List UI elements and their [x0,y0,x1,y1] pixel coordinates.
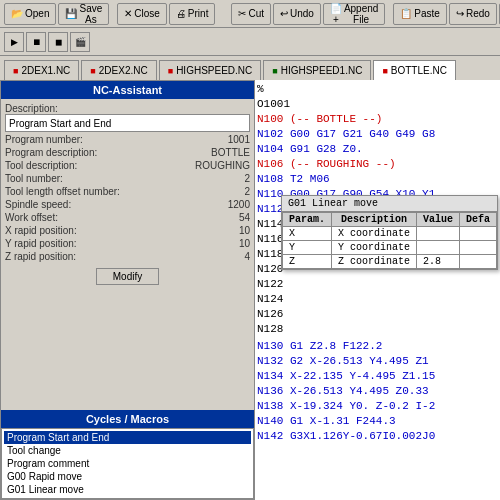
code-line-4: N104 G91 G28 Z0. [257,142,498,157]
z-rapid-label: Z rapid position: [5,251,190,262]
code-line-6: N108 T2 M06 [257,172,498,187]
tool-desc-value: ROUGHING [190,160,250,171]
code-line-23: N142 G3X1.126Y-0.67I0.002J0 [257,429,498,444]
redo-btn[interactable]: ↪ Redo [449,3,497,25]
nc-assistant-title: NC-Assistant [1,81,254,99]
code-line-21: N138 X-19.324 Y0. Z-0.2 I-2 [257,399,498,414]
undo-btn[interactable]: ↩ Undo [273,3,321,25]
code-line-19: N134 X-22.135 Y-4.495 Z1.15 [257,369,498,384]
code-line-22: N140 G1 X-1.31 F244.3 [257,414,498,429]
close-btn[interactable]: ✕ Close [117,3,167,25]
file-tabs: ■ 2DEX1.NC ■ 2DEX2.NC ■ HIGHSPEED.NC ■ H… [0,56,500,80]
description-input[interactable] [5,114,250,132]
nc-assistant-panel: NC-Assistant Description: Program number… [0,80,255,500]
cell-def-x [459,227,496,241]
save-as-btn[interactable]: 💾 Save As [58,3,109,25]
popup-table: Param. Description Value Defa X X coordi… [282,212,497,269]
work-offset-value: 54 [190,212,250,223]
x-rapid-row: X rapid position: 10 [5,225,250,236]
spindle-value: 1200 [190,199,250,210]
print-btn[interactable]: 🖨 Print [169,3,216,25]
code-line-17: N130 G1 Z2.8 F122.2 [257,339,498,354]
save-label: Save As [79,3,102,25]
cell-param-y: Y [282,241,331,255]
tab-bottle[interactable]: ■ BOTTLE.NC [373,60,456,80]
work-offset-label: Work offset: [5,212,190,223]
toolbar2-icon2[interactable]: ⏹ [26,32,46,52]
toolbar-secondary: ▶ ⏹ ◼ 🎬 [0,28,500,56]
popup-row-x: X X coordinate [282,227,496,241]
tab-icon-highspeed: ■ [168,66,173,76]
append-file-btn[interactable]: 📄+ Append File [323,3,385,25]
print-icon: 🖨 [176,8,186,19]
spindle-row: Spindle speed: 1200 [5,199,250,210]
tab-2dex2[interactable]: ■ 2DEX2.NC [81,60,156,80]
tab-2dex1[interactable]: ■ 2DEX1.NC [4,60,79,80]
toolbar2-icon1[interactable]: ▶ [4,32,24,52]
col-default: Defa [459,213,496,227]
code-line-13: N122 [257,277,498,292]
cut-icon: ✂ [238,8,246,19]
tool-number-row: Tool number: 2 [5,173,250,184]
toolbar2-icon3[interactable]: ◼ [48,32,68,52]
tab-icon-2dex2: ■ [90,66,95,76]
popup-row-y: Y Y coordinate [282,241,496,255]
code-line-2: N100 (-- BOTTLE --) [257,112,498,127]
col-description: Description [331,213,416,227]
cell-desc-x: X coordinate [331,227,416,241]
tool-desc-label: Tool description: [5,160,190,171]
code-editor[interactable]: % O1001 N100 (-- BOTTLE --) N102 G00 G17… [255,80,500,500]
program-number-label: Program number: [5,134,190,145]
nc-form: Description: Program number: 1001 Progra… [1,99,254,408]
modify-button[interactable]: Modify [96,268,159,285]
code-line-1: O1001 [257,97,498,112]
y-rapid-label: Y rapid position: [5,238,190,249]
code-line-18: N132 G2 X-26.513 Y4.495 Z1 [257,354,498,369]
toolbar2-icon4[interactable]: 🎬 [70,32,90,52]
redo-icon: ↪ [456,8,464,19]
code-line-3: N102 G00 G17 G21 G40 G49 G8 [257,127,498,142]
program-number-value: 1001 [190,134,250,145]
program-desc-row: Program description: BOTTLE [5,147,250,158]
open-icon: 📂 [11,8,23,19]
work-offset-row: Work offset: 54 [5,212,250,223]
z-rapid-value: 4 [190,251,250,262]
edit-group: ✂ Cut ↩ Undo 📄+ Append File [231,3,385,25]
toolbar-main: 📂 Open 💾 Save As ✕ Close 🖨 Print ✂ Cut ↩… [0,0,500,28]
cycles-list: Program Start and End Tool change Progra… [1,428,254,499]
tool-length-row: Tool length offset number: 2 [5,186,250,197]
file-group: 📂 Open 💾 Save As [4,3,109,25]
undo-icon: ↩ [280,8,288,19]
tool-desc-row: Tool description: ROUGHING [5,160,250,171]
tool-number-label: Tool number: [5,173,190,184]
cell-desc-y: Y coordinate [331,241,416,255]
cycle-item-4[interactable]: G01 Linear move [4,483,251,496]
code-continuation: N130 G1 Z2.8 F122.2 N132 G2 X-26.513 Y4.… [257,339,498,444]
x-rapid-label: X rapid position: [5,225,190,236]
code-line-20: N136 X-26.513 Y4.495 Z0.33 [257,384,498,399]
open-btn[interactable]: 📂 Open [4,3,56,25]
y-rapid-row: Y rapid position: 10 [5,238,250,249]
close-icon: ✕ [124,8,132,19]
popup-row-z: Z Z coordinate 2.8 [282,255,496,269]
cell-val-y [416,241,459,255]
y-rapid-value: 10 [190,238,250,249]
cycle-item-2[interactable]: Program comment [4,457,251,470]
main-area: NC-Assistant Description: Program number… [0,80,500,500]
cell-def-y [459,241,496,255]
cut-btn[interactable]: ✂ Cut [231,3,271,25]
tab-highspeed1[interactable]: ■ HIGHSPEED1.NC [263,60,371,80]
tab-icon-highspeed1: ■ [272,66,277,76]
tab-highspeed[interactable]: ■ HIGHSPEED.NC [159,60,262,80]
cycle-item-3[interactable]: G00 Rapid move [4,470,251,483]
paste-btn[interactable]: 📋 Paste [393,3,447,25]
cell-def-z [459,255,496,269]
append-icon: 📄+ [330,3,342,25]
cycle-item-0[interactable]: Program Start and End [4,431,251,444]
cycle-item-1[interactable]: Tool change [4,444,251,457]
tab-icon-2dex1: ■ [13,66,18,76]
program-desc-label: Program description: [5,147,190,158]
code-line-16: N128 [257,322,498,337]
cell-val-x [416,227,459,241]
col-value: Value [416,213,459,227]
